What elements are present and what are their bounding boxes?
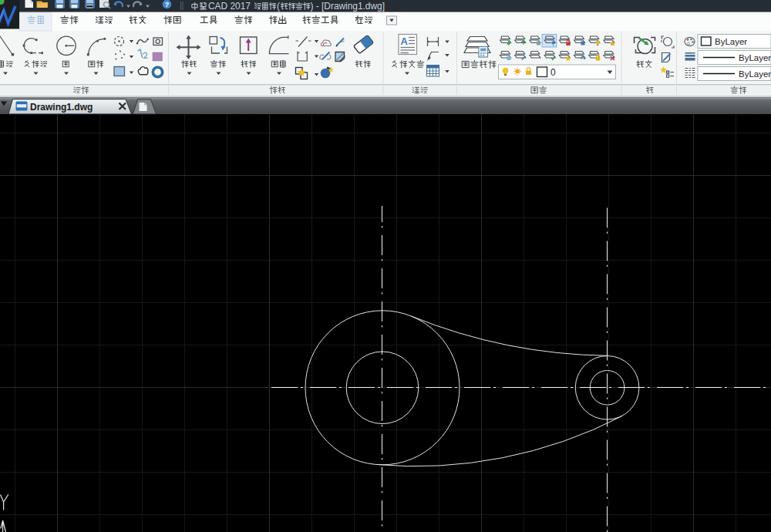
svg-text:(: ( <box>277 1 280 12</box>
svg-text:0: 0 <box>550 67 556 78</box>
svg-text:Drawing1.dwg: Drawing1.dwg <box>30 102 93 113</box>
svg-text:ByLayer: ByLayer <box>739 53 771 62</box>
svg-text:CAD 2017: CAD 2017 <box>208 1 251 12</box>
svg-text:ByLayer: ByLayer <box>739 69 771 79</box>
svg-text:A: A <box>401 35 409 47</box>
svg-text:?: ? <box>165 0 170 8</box>
svg-text:ByLayer: ByLayer <box>715 37 747 46</box>
svg-text:) - [Drawing1.dwg]: ) - [Drawing1.dwg] <box>311 1 386 12</box>
